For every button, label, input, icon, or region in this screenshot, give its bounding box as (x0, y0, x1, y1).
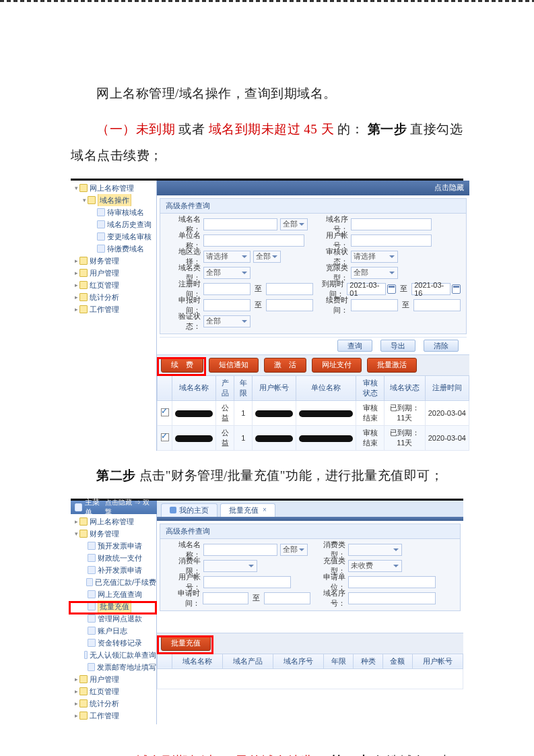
export-button[interactable]: 导出 (380, 340, 415, 352)
calendar-icon[interactable] (387, 284, 396, 294)
tree-leaf-11[interactable]: 无人认领汇款单查询 (71, 649, 156, 661)
pill-button-0[interactable]: 续 费 (161, 358, 203, 373)
input-unit[interactable] (203, 234, 304, 247)
input-apptime-from[interactable] (203, 299, 251, 311)
tree-leaf-10[interactable]: 资金转移记录 (71, 637, 156, 649)
select-consume-type[interactable] (348, 544, 402, 556)
tree-label: 工作管理 (90, 303, 119, 315)
pill-button-4[interactable]: 批量激活 (367, 358, 417, 373)
row-checkbox[interactable] (158, 400, 172, 425)
col-1: 域名名称 (172, 375, 216, 400)
pill-button-0[interactable]: 批量充值 (161, 636, 211, 651)
search-button[interactable]: 查询 (337, 340, 372, 352)
tree-node-1[interactable]: ▾财务管理 (71, 528, 156, 540)
tree-leaf-12[interactable]: 发票邮寄地址填写 (71, 661, 156, 673)
tree-leaf-2[interactable]: 预开发票申请 (71, 540, 156, 552)
tree-node-6[interactable]: ▸财务管理 (71, 255, 156, 267)
file-icon (84, 651, 88, 659)
input-renew-from[interactable] (351, 299, 398, 311)
to-4: 至 (398, 300, 413, 310)
pill-button-1[interactable]: 短信通知 (209, 358, 259, 373)
input-domain[interactable] (203, 544, 277, 556)
input-apptime-to[interactable] (266, 299, 313, 311)
input-seq[interactable] (351, 218, 432, 230)
input-domain[interactable] (203, 218, 277, 230)
filter-panel: 高级条件查询 域名名称： 全部 域名序号： (160, 198, 467, 334)
select-region[interactable]: 请选择 (203, 251, 251, 263)
input-seq[interactable] (348, 592, 436, 604)
tree-node-0[interactable]: ▸网上名称管理 (71, 515, 156, 528)
page-top-rule (0, 0, 534, 2)
tree-leaf-3[interactable]: 财政统一支付 (71, 552, 156, 564)
tree-leaf-9[interactable]: 账户日志 (71, 625, 156, 637)
select-domain-scope[interactable]: 全部 (280, 218, 308, 230)
select-domain-scope[interactable]: 全部 (280, 544, 308, 556)
tree-leaf-2[interactable]: 待审核域名 (71, 206, 156, 218)
select-dtype[interactable]: 全部 (203, 267, 251, 279)
tree-node-1[interactable]: ▾域名操作 (71, 194, 156, 206)
col-3: 域名序号 (273, 654, 324, 668)
col-5: 种类 (354, 654, 383, 668)
tree-leaf-5[interactable]: 已充值汇款/手续费 (71, 576, 156, 588)
redacted-text (175, 435, 213, 442)
input-renew-to[interactable] (413, 299, 461, 311)
tree-node-16[interactable]: ▸工作管理 (71, 710, 156, 722)
file-icon (88, 627, 96, 635)
input-uacct[interactable] (351, 234, 432, 247)
to-3: 至 (251, 300, 266, 310)
tree-node-15[interactable]: ▸统计分析 (71, 697, 156, 710)
checkbox-icon[interactable] (161, 433, 169, 441)
row-checkbox[interactable] (158, 425, 172, 450)
select-vstate[interactable]: 全部 (203, 315, 251, 327)
tree-leaf-4[interactable]: 变更域名审核 (71, 230, 156, 243)
tree-leaf-8[interactable]: 管理网点退款 (71, 612, 156, 625)
tree-node-13[interactable]: ▸用户管理 (71, 673, 156, 685)
tree-leaf-6[interactable]: 网上充值查询 (71, 588, 156, 600)
input-regtime-from[interactable] (203, 283, 251, 295)
col-0 (158, 654, 172, 668)
tree-node-9[interactable]: ▸统计分析 (71, 291, 156, 303)
hide-panel-link[interactable]: 点击隐藏 (434, 183, 464, 193)
select-ltype[interactable]: 全部 (351, 267, 398, 279)
calendar-icon[interactable] (452, 284, 461, 294)
checkbox-icon[interactable] (161, 408, 169, 416)
input-apptime-to[interactable] (264, 592, 310, 604)
folder-icon (79, 699, 88, 707)
tab-0[interactable]: 我的主页 (161, 503, 218, 517)
hide-sidebar-link[interactable]: 点击隐藏 ⇒ 双 撃 (105, 498, 153, 517)
clear-button[interactable]: 清除 (424, 340, 459, 352)
input-uacct[interactable] (203, 576, 291, 588)
folder-icon (79, 687, 88, 695)
col-2: 域名产品 (223, 654, 273, 668)
tree-node-8[interactable]: ▸红页管理 (71, 279, 156, 291)
tree-leaf-7[interactable]: 批量充值 (71, 600, 156, 612)
select-region-scope[interactable]: 全部 (253, 251, 281, 263)
input-apptime-from[interactable] (203, 592, 248, 604)
file-icon (86, 578, 93, 586)
tree-node-14[interactable]: ▸红页管理 (71, 685, 156, 697)
close-icon[interactable]: × (263, 503, 267, 517)
tab-1[interactable]: 批量充值× (220, 503, 275, 517)
col-1: 域名名称 (172, 654, 223, 668)
cell-unit (296, 425, 356, 450)
input-org[interactable] (348, 576, 436, 588)
tree-leaf-5[interactable]: 待缴费域名 (71, 243, 156, 255)
tree-leaf-3[interactable]: 域名历史查询 (71, 218, 156, 230)
tree-node-7[interactable]: ▸用户管理 (71, 267, 156, 279)
input-regtime-to[interactable] (266, 283, 313, 295)
file-icon (88, 590, 96, 598)
select-charge-type[interactable]: 未收费 (348, 560, 402, 572)
date-exp-to[interactable]: 2021-03-16 (411, 283, 450, 295)
screenshot-2: 主菜单 点击隐藏 ⇒ 双 撃 ▸网上名称管理▾财务管理预开发票申请财政统一支付补… (71, 499, 463, 724)
select-consume-year[interactable] (203, 560, 257, 572)
cell-regdate: 2020-03-04 (425, 425, 469, 450)
tree-leaf-4[interactable]: 补开发票申请 (71, 564, 156, 576)
tree-node-0[interactable]: ▾网上名称管理 (71, 182, 156, 194)
toolbar-pill-row: 批量充值 (157, 633, 463, 654)
filter-panel: 高级条件查询 域名名称： 全部 消费类型： (160, 524, 461, 611)
pill-button-2[interactable]: 激 活 (264, 358, 306, 373)
tree-node-10[interactable]: ▸工作管理 (71, 303, 156, 315)
date-exp-from[interactable]: 2021-03-01 (347, 283, 386, 295)
pill-button-3[interactable]: 网址支付 (312, 358, 362, 373)
select-astate[interactable]: 请选择 (351, 251, 398, 263)
